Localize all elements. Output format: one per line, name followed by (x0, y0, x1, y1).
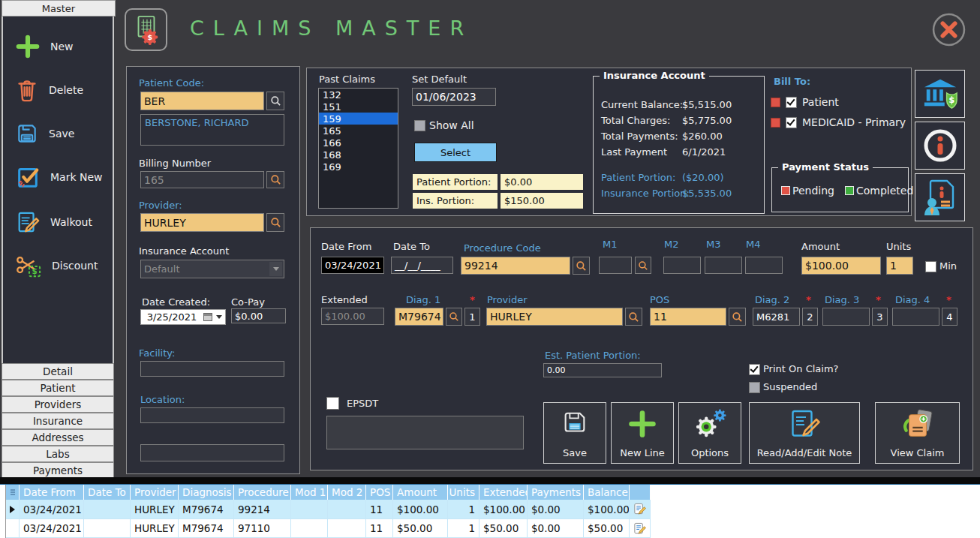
m1-search-button[interactable] (635, 257, 651, 274)
row-selector-cell[interactable] (6, 500, 20, 519)
date-created-picker[interactable]: 3/25/2021 (140, 309, 226, 325)
grid-left-scroll-strip[interactable] (0, 485, 6, 538)
cell-diagnosis[interactable]: M79674 (179, 500, 234, 519)
row-note-button[interactable] (630, 500, 651, 519)
procedure-code-search-button[interactable] (573, 257, 590, 275)
list-item[interactable]: 165 (319, 125, 398, 137)
copay-input[interactable]: $0.00 (231, 308, 286, 323)
show-all-checkbox[interactable] (414, 120, 425, 131)
view-claim-button[interactable]: View Claim (875, 402, 960, 464)
billing-number-search-button[interactable] (266, 171, 284, 188)
list-item[interactable]: 132 (319, 89, 398, 101)
amount-input[interactable]: $100.00 (801, 257, 881, 275)
est-patient-portion-input[interactable]: 0.00 (543, 363, 662, 377)
diag1-pointer-box[interactable]: 1 (464, 308, 480, 326)
m4-input[interactable] (745, 257, 783, 274)
cell-pos[interactable]: 11 (366, 519, 393, 538)
sidebar-item-providers[interactable]: Providers (2, 396, 114, 413)
provider-input[interactable]: HURLEY (140, 213, 264, 232)
cell-date-to[interactable] (84, 519, 131, 538)
cell-date-to[interactable] (84, 500, 131, 519)
min-checkbox[interactable] (925, 261, 936, 272)
cell-mod1[interactable] (291, 519, 328, 538)
chevron-down-icon[interactable] (216, 315, 222, 319)
list-item[interactable]: 166 (319, 137, 398, 149)
col-header-diagnosis[interactable]: Diagnosis (179, 485, 234, 500)
pos-search-button[interactable] (729, 308, 746, 326)
pos-input[interactable]: 11 (650, 308, 726, 326)
patient-code-input[interactable]: BER (140, 92, 264, 110)
cell-procedure[interactable]: 99214 (234, 500, 291, 519)
detail-provider-input[interactable]: HURLEY (486, 308, 623, 326)
diag1-input[interactable]: M79674 (395, 308, 443, 326)
sidebar-item-labs[interactable]: Labs (2, 446, 114, 462)
patient-info-button[interactable] (915, 173, 965, 221)
set-default-input[interactable]: 01/06/2023 (412, 88, 496, 106)
list-item[interactable]: 168 (319, 149, 398, 161)
cell-procedure[interactable]: 97110 (234, 519, 291, 538)
sidebar-item-payments[interactable]: Payments (2, 462, 114, 479)
cell-pos[interactable]: 11 (366, 500, 393, 519)
cell-balance[interactable]: $50.00 (584, 519, 630, 538)
date-to-input[interactable]: __/__/____ (391, 257, 453, 274)
col-header-payments[interactable]: Payments (528, 485, 584, 500)
detail-save-button[interactable]: Save (543, 402, 606, 464)
col-header-mod1[interactable]: Mod 1 (291, 485, 328, 500)
cell-payments[interactable]: $0.00 (528, 519, 584, 538)
list-item[interactable]: 151 (319, 101, 398, 113)
col-header-balance[interactable]: Balance (584, 485, 630, 500)
col-header-mod2[interactable]: Mod 2 (328, 485, 366, 500)
mark-new-button[interactable]: Mark New (15, 161, 103, 194)
cell-balance[interactable]: $100.00 (584, 500, 630, 519)
insurance-account-select[interactable]: Default (140, 260, 284, 278)
diag2-input[interactable]: M6281 (753, 308, 800, 326)
new-button[interactable]: New (15, 30, 74, 63)
col-header-procedure[interactable]: Procedure (234, 485, 291, 500)
walkout-button[interactable]: Walkout (15, 206, 92, 239)
diag4-pointer-box[interactable]: 4 (942, 308, 957, 326)
m2-input[interactable] (663, 257, 701, 274)
provider-search-button[interactable] (266, 213, 284, 232)
row-selector-cell[interactable] (6, 519, 20, 538)
suspended-checkbox[interactable] (749, 382, 760, 393)
insurance-billing-button[interactable]: $ (915, 70, 965, 118)
col-header-extended[interactable]: Extended (479, 485, 528, 500)
insurance-account-dropdown-button[interactable] (269, 262, 282, 276)
sidebar-item-detail[interactable]: Detail (2, 363, 114, 380)
list-item-selected[interactable]: 159 (319, 113, 398, 125)
diag4-input[interactable] (892, 308, 939, 326)
m3-input[interactable] (705, 257, 742, 274)
diag3-pointer-box[interactable]: 3 (872, 308, 888, 326)
table-row[interactable]: 03/24/2021 HURLEY M79674 97110 11 $50.00… (6, 519, 651, 538)
select-button[interactable]: Select (414, 143, 497, 162)
print-on-claim-checkbox[interactable] (749, 364, 760, 375)
cell-date-from[interactable]: 03/24/2021 (20, 500, 84, 519)
location-input[interactable] (140, 407, 284, 423)
cell-date-from[interactable]: 03/24/2021 (20, 519, 84, 538)
cell-mod2[interactable] (328, 519, 366, 538)
close-button[interactable] (932, 13, 966, 50)
sidebar-item-addresses[interactable]: Addresses (2, 429, 114, 446)
extra-input[interactable] (140, 444, 284, 461)
col-header-amount[interactable]: Amount (393, 485, 448, 500)
sidebar-item-insurance[interactable]: Insurance (2, 413, 114, 429)
facility-input[interactable] (140, 361, 284, 377)
cell-units[interactable]: 1 (448, 500, 479, 519)
diag1-search-button[interactable] (446, 308, 462, 326)
discount-button[interactable]: $ Discount (15, 249, 98, 282)
patient-code-search-button[interactable] (266, 92, 284, 110)
col-header-date-from[interactable]: Date From (20, 485, 84, 500)
detail-provider-search-button[interactable] (625, 308, 642, 326)
options-button[interactable]: Options (678, 402, 741, 464)
cell-extended[interactable]: $100.00 (479, 500, 528, 519)
sidebar-item-patient[interactable]: Patient (2, 380, 114, 396)
cell-amount[interactable]: $100.00 (393, 500, 448, 519)
information-button[interactable] (915, 122, 965, 170)
tab-master[interactable]: Master (2, 0, 116, 17)
save-button[interactable]: Save (15, 117, 74, 150)
date-from-input[interactable]: 03/24/2021 (321, 257, 384, 274)
cell-provider[interactable]: HURLEY (131, 500, 179, 519)
m1-input[interactable] (599, 257, 632, 274)
note-button[interactable]: Read/Add/Edit Note (749, 402, 860, 464)
cell-mod1[interactable] (291, 500, 328, 519)
